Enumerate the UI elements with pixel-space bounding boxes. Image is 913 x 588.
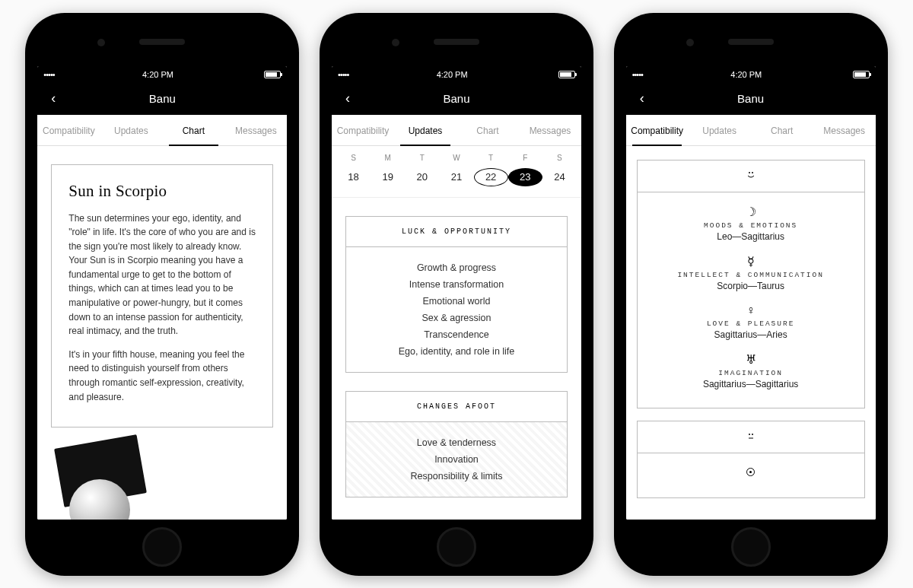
date-cell[interactable]: 20 <box>405 168 439 186</box>
planet-icon: ♀ <box>638 304 864 317</box>
svg-point-1 <box>752 172 753 173</box>
sun-scorpio-card: Sun in Scorpio The sun determines your e… <box>51 164 273 428</box>
section-title: LUCK & OPPORTUNITY <box>346 217 567 247</box>
compat-label: IMAGINATION <box>638 367 864 379</box>
signal-dots-icon: ••••• <box>43 70 54 79</box>
section-item: Responsibility & limits <box>346 468 567 485</box>
battery-icon <box>261 71 281 78</box>
status-time: 4:20 PM <box>437 70 468 79</box>
compat-label: LOVE & PLEASURE <box>638 317 864 329</box>
section-title: CHANGES AFOOT <box>346 392 567 422</box>
compat-item: ♀LOVE & PLEASURESagittarius—Aries <box>638 299 864 348</box>
weekday-label: S <box>336 154 371 162</box>
date-cell[interactable]: 23 <box>508 168 542 186</box>
tab-compatibility[interactable]: Compatibility <box>37 115 100 145</box>
updates-content[interactable]: SMTWTFS 18192021222324 LUCK & OPPORTUNIT… <box>332 146 581 520</box>
compat-item: ♅IMAGINATIONSagittarius—Sagittarius <box>638 348 864 397</box>
section-item: Transcendence <box>346 326 567 343</box>
tab-messages[interactable]: Messages <box>224 115 287 145</box>
weekday-label: W <box>439 154 473 162</box>
compat-card: ☽MOODS & EMOTIONSLeo—Sagittarius☿INTELLE… <box>637 160 865 408</box>
compat-label: MOODS & EMOTIONS <box>638 219 864 231</box>
nav-title: Banu <box>626 92 876 105</box>
planet-icon <box>638 466 864 479</box>
update-section: CHANGES AFOOTLove & tendernessInnovation… <box>345 391 568 497</box>
weekday-label: F <box>508 154 542 162</box>
weekday-label: T <box>474 154 508 162</box>
chart-content[interactable]: Sun in Scorpio The sun determines your e… <box>37 146 287 520</box>
planet-icon: ☽ <box>638 205 864 219</box>
date-row: 18192021222324 <box>332 165 581 198</box>
svg-point-0 <box>749 172 750 173</box>
card-title: Sun in Scorpio <box>68 182 256 201</box>
collage-illustration <box>51 441 157 519</box>
compat-pair: Sagittarius—Sagittarius <box>638 379 864 389</box>
date-cell[interactable]: 18 <box>336 168 371 186</box>
compat-item: ☽MOODS & EMOTIONSLeo—Sagittarius <box>638 200 864 250</box>
weekday-label: S <box>542 154 577 162</box>
compat-item: ☿INTELLECT & COMMUNICATIONScorpio—Taurus <box>638 250 864 299</box>
section-item: Intense transformation <box>346 276 567 293</box>
nav-bar: ‹ Banu <box>37 83 287 115</box>
back-button[interactable]: ‹ <box>339 87 356 110</box>
section-item: Sex & agression <box>346 310 567 326</box>
section-item: Innovation <box>346 451 567 468</box>
phone-mockup-compatibility: ••••• 4:20 PM ‹ Banu Compatibility Updat… <box>614 13 888 576</box>
status-bar: ••••• 4:20 PM <box>332 66 581 83</box>
date-cell[interactable]: 24 <box>542 168 577 186</box>
nav-bar: ‹ Banu <box>626 83 876 115</box>
tab-updates[interactable]: Updates <box>394 115 456 145</box>
date-cell[interactable]: 22 <box>474 168 508 186</box>
phone-mockup-updates: ••••• 4:20 PM ‹ Banu Compatibility Updat… <box>320 13 593 576</box>
weekday-label: M <box>371 154 405 162</box>
tab-chart[interactable]: Chart <box>162 115 224 145</box>
phone-mockup-chart: ••••• 4:20 PM ‹ Banu Compatibility Updat… <box>25 13 299 576</box>
card-paragraph-2: It's in your fifth house, meaning you fe… <box>68 348 256 404</box>
date-cell[interactable]: 19 <box>371 168 405 186</box>
tab-chart[interactable]: Chart <box>751 115 813 145</box>
signal-dots-icon: ••••• <box>338 70 348 79</box>
smile-face-icon <box>638 161 864 192</box>
back-button[interactable]: ‹ <box>45 87 62 110</box>
battery-icon <box>850 71 870 78</box>
card-paragraph-1: The sun determines your ego, identity, a… <box>68 211 256 338</box>
tab-chart[interactable]: Chart <box>456 115 519 145</box>
compat-content[interactable]: ☽MOODS & EMOTIONSLeo—Sagittarius☿INTELLE… <box>626 146 876 520</box>
planet-icon: ♅ <box>638 352 864 367</box>
compat-card <box>637 421 865 498</box>
compat-pair: Leo—Sagittarius <box>638 231 864 242</box>
back-button[interactable]: ‹ <box>634 87 651 110</box>
nav-bar: ‹ Banu <box>332 83 581 115</box>
section-item: Ego, identity, and role in life <box>346 343 567 360</box>
section-item: Emotional world <box>346 293 567 310</box>
section-item: Growth & progress <box>346 259 567 276</box>
nav-title: Banu <box>332 92 581 105</box>
compat-label: INTELLECT & COMMUNICATION <box>638 269 864 281</box>
tab-messages[interactable]: Messages <box>519 115 581 145</box>
compat-pair: Sagittarius—Aries <box>638 329 864 340</box>
update-section: LUCK & OPPORTUNITYGrowth & progressInten… <box>345 216 568 373</box>
weekday-label: T <box>405 154 439 162</box>
neutral-face-icon <box>638 421 864 453</box>
svg-point-3 <box>752 434 753 435</box>
weekday-row: SMTWTFS <box>332 146 581 165</box>
tab-bar: Compatibility Updates Chart Messages <box>626 115 876 146</box>
planet-icon: ☿ <box>638 254 864 269</box>
date-cell[interactable]: 21 <box>439 168 473 186</box>
nav-title: Banu <box>37 92 287 105</box>
tab-messages[interactable]: Messages <box>813 115 876 145</box>
tab-compatibility[interactable]: Compatibility <box>332 115 394 145</box>
status-bar: ••••• 4:20 PM <box>37 66 287 83</box>
tab-updates[interactable]: Updates <box>100 115 162 145</box>
status-bar: ••••• 4:20 PM <box>626 66 876 83</box>
svg-point-2 <box>749 434 750 435</box>
status-time: 4:20 PM <box>730 70 762 79</box>
tab-bar: Compatibility Updates Chart Messages <box>332 115 581 146</box>
section-item: Love & tenderness <box>346 434 567 451</box>
tab-compatibility[interactable]: Compatibility <box>626 115 689 145</box>
status-time: 4:20 PM <box>142 70 173 79</box>
compat-pair: Scorpio—Taurus <box>638 281 864 291</box>
compat-item <box>638 461 864 487</box>
tab-updates[interactable]: Updates <box>689 115 751 145</box>
tab-bar: Compatibility Updates Chart Messages <box>37 115 287 146</box>
